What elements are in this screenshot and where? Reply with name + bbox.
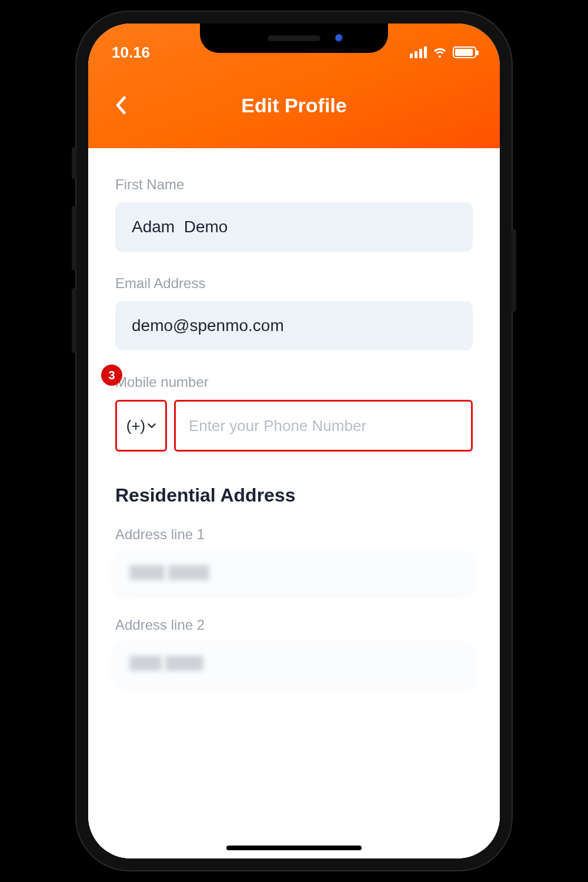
email-input[interactable] (115, 301, 473, 350)
first-name-field: First Name (115, 176, 473, 252)
address-section-title: Residential Address (115, 485, 473, 506)
phone-screen: 10.16 Edit Profile (88, 24, 500, 858)
cellular-icon (410, 46, 427, 58)
address-line-1-input[interactable] (115, 552, 473, 593)
mobile-label: Mobile number (115, 374, 473, 390)
address-line-2-field: Address line 2 (115, 617, 473, 684)
first-name-input[interactable] (115, 202, 473, 252)
page-title: Edit Profile (241, 94, 346, 117)
battery-icon (453, 46, 476, 58)
address-line-2-input[interactable] (115, 643, 473, 684)
content-area: First Name Email Address 3 Mobile number… (88, 148, 500, 858)
side-button (72, 147, 76, 179)
redacted-content (129, 565, 459, 580)
phone-input-wrap (174, 400, 473, 452)
home-indicator[interactable] (226, 846, 362, 850)
address-line-2-label: Address line 2 (115, 617, 473, 633)
chevron-down-icon (148, 423, 156, 429)
status-time: 10.16 (112, 44, 150, 62)
address-line-1-field: Address line 1 (115, 526, 473, 593)
redacted-content (129, 656, 459, 671)
email-label: Email Address (115, 275, 473, 292)
first-name-label: First Name (115, 176, 473, 193)
mobile-field: 3 Mobile number (+) (115, 374, 473, 452)
side-button (512, 229, 516, 312)
address-line-1-label: Address line 1 (115, 526, 473, 543)
chevron-left-icon (115, 96, 126, 115)
country-code-select[interactable]: (+) (115, 400, 167, 452)
wifi-icon (433, 47, 447, 58)
side-button (72, 206, 76, 270)
device-notch (200, 24, 388, 53)
side-button (72, 288, 76, 353)
step-annotation-badge: 3 (101, 365, 122, 386)
country-code-value: (+) (126, 417, 146, 435)
back-button[interactable] (106, 91, 135, 120)
email-field: Email Address (115, 275, 473, 350)
status-icons (410, 46, 476, 58)
nav-bar: Edit Profile (88, 67, 500, 148)
phone-frame: 10.16 Edit Profile (76, 12, 512, 870)
phone-input[interactable] (189, 417, 458, 435)
